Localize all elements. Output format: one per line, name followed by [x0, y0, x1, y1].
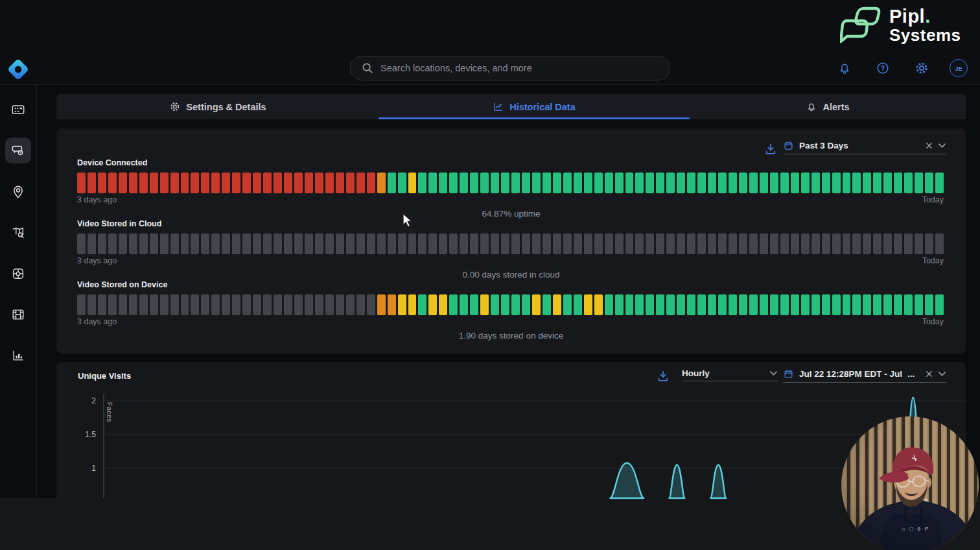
status-bar-segment: [170, 233, 179, 254]
visits-date-range-picker[interactable]: Jul 22 12:28PM EDT - Jul ...: [783, 368, 946, 383]
user-avatar[interactable]: JE: [950, 59, 968, 77]
download-historical-button[interactable]: [764, 141, 778, 157]
status-bar-segment: [925, 233, 933, 254]
status-bar-segment: [791, 233, 799, 254]
sidebar-item-zones[interactable]: [11, 267, 25, 281]
status-bar-segment: [863, 173, 871, 193]
sidebar-item-devices[interactable]: [11, 143, 25, 158]
question-icon: ?: [876, 61, 890, 75]
status-bar-segment: [687, 294, 695, 315]
download-icon: [764, 141, 778, 157]
status-bar-segment: [501, 294, 509, 315]
map-search-icon: [11, 226, 25, 240]
status-bar-segment: [439, 233, 447, 254]
device-storage-caption: 1.90 days stored on device: [56, 331, 966, 341]
settings-button[interactable]: [915, 61, 929, 75]
status-bar-segment: [108, 233, 117, 254]
status-bar-segment: [491, 294, 499, 315]
status-bar-segment: [119, 294, 127, 315]
status-bar-segment: [852, 294, 861, 315]
status-bar-segment: [88, 173, 96, 193]
status-bar-segment: [532, 233, 541, 254]
gear-icon: [169, 101, 180, 112]
tab-label: Historical Data: [509, 102, 576, 112]
status-bar-segment: [356, 233, 365, 254]
status-bar-segment: [284, 173, 292, 193]
status-bar-segment: [181, 173, 189, 193]
status-bar-segment: [625, 173, 634, 193]
status-bar-segment: [325, 233, 334, 254]
status-bar-segment: [749, 173, 758, 193]
status-bar-segment: [677, 294, 685, 315]
status-bar-segment: [294, 233, 303, 254]
video-cloud-range-labels: 3 days ago Today: [77, 256, 944, 265]
security-camera-icon: [11, 143, 25, 158]
download-visits-button[interactable]: [656, 368, 670, 384]
date-range-picker[interactable]: Past 3 Days: [783, 140, 946, 154]
open-interval-button[interactable]: [769, 370, 778, 376]
status-bar-segment: [749, 294, 758, 315]
status-bar-segment: [491, 233, 499, 254]
status-bar-segment: [191, 294, 199, 315]
tab-alerts[interactable]: Alerts: [806, 94, 849, 119]
status-bar-segment: [708, 233, 716, 254]
app-screen: Search locations, devices, and more ? JE: [0, 0, 980, 550]
status-bar-segment: [739, 294, 747, 315]
status-bar-segment: [801, 233, 810, 254]
open-visits-range-button[interactable]: [938, 371, 946, 377]
sidebar-item-locations[interactable]: [11, 184, 25, 198]
sidebar-item-map[interactable]: [11, 226, 25, 240]
status-bar-segment: [615, 233, 624, 254]
search-input[interactable]: Search locations, devices, and more: [350, 56, 670, 80]
status-bar-segment: [460, 233, 468, 254]
status-bar-segment: [935, 233, 944, 254]
status-bar-segment: [160, 233, 169, 254]
status-bar-segment: [129, 233, 137, 254]
status-bar-segment: [760, 173, 768, 193]
device-connected-bars: [77, 173, 944, 193]
status-bar-segment: [449, 233, 458, 254]
status-bar-segment: [408, 173, 417, 193]
range-end-label: Today: [922, 317, 944, 326]
notifications-button[interactable]: [837, 61, 852, 75]
video-device-range-labels: 3 days ago Today: [77, 317, 944, 326]
status-bar-segment: [852, 233, 861, 254]
sidebar-item-analytics[interactable]: [11, 348, 25, 363]
status-bar-segment: [346, 173, 355, 193]
status-bar-segment: [284, 233, 292, 254]
tab-settings-details[interactable]: Settings & Details: [169, 94, 266, 119]
gear-icon: [915, 61, 929, 75]
status-bar-segment: [211, 173, 220, 193]
status-bar-segment: [480, 173, 489, 193]
clear-date-range-button[interactable]: [926, 142, 933, 149]
sidebar-item-video[interactable]: [11, 307, 25, 322]
status-bar-segment: [780, 233, 789, 254]
tab-historical-data[interactable]: Historical Data: [493, 94, 576, 119]
calendar-icon: [783, 140, 794, 151]
status-bar-segment: [119, 233, 127, 254]
status-bar-segment: [925, 173, 933, 193]
interval-select[interactable]: Hourly: [682, 368, 778, 381]
tab-label: Alerts: [822, 102, 849, 112]
status-bar-segment: [449, 294, 458, 315]
status-bar-segment: [274, 173, 282, 193]
zones-icon: [11, 267, 25, 281]
presenter-webcam-overlay: ⌂ · □ · 8 · P: [841, 416, 979, 550]
status-bar-segment: [242, 233, 251, 254]
status-bar-segment: [584, 233, 592, 254]
status-bar-segment: [770, 173, 778, 193]
status-bar-segment: [315, 233, 323, 254]
status-bar-segment: [398, 233, 406, 254]
status-bar-segment: [770, 233, 778, 254]
status-bar-segment: [801, 294, 810, 315]
status-bar-segment: [873, 173, 881, 193]
sidebar-item-dashboard[interactable]: [11, 102, 25, 117]
status-bar-segment: [894, 294, 902, 315]
help-button[interactable]: ?: [876, 61, 890, 75]
status-bar-segment: [563, 294, 572, 315]
clear-visits-range-button[interactable]: [926, 370, 933, 377]
open-date-range-button[interactable]: [938, 143, 946, 149]
line-chart-icon: [493, 101, 504, 112]
app-logo[interactable]: [5, 56, 32, 83]
row-title-device-connected: Device Connected: [77, 158, 147, 167]
